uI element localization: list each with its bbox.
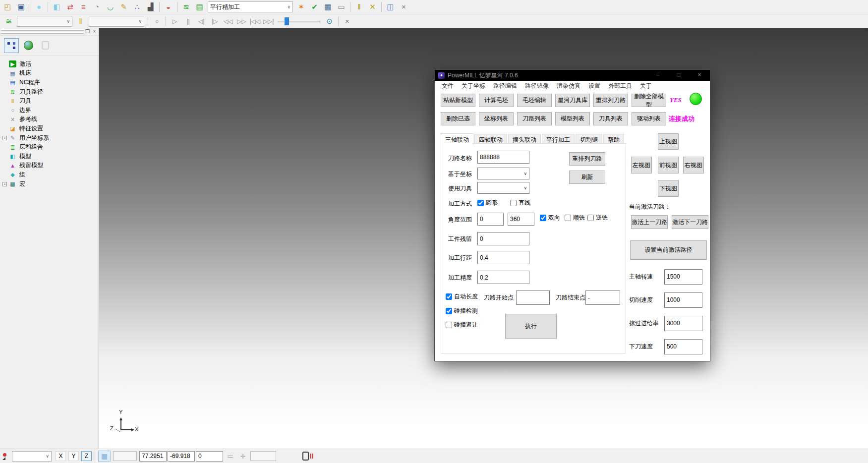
menu-item[interactable]: 渲染仿真	[553, 81, 584, 91]
collision-avoid-checkbox-input[interactable]	[446, 322, 452, 328]
separator[interactable]	[338, 16, 339, 26]
tool-pair-icon[interactable]: ‖	[353, 1, 365, 13]
minimize-icon[interactable]: –	[647, 70, 668, 81]
auto-length-checkbox[interactable]: 自动长度	[446, 292, 478, 301]
menu-item[interactable]: 文件	[438, 81, 458, 91]
simulation-speed-slider[interactable]	[278, 16, 320, 26]
close-icon[interactable]: ×	[689, 70, 710, 81]
menu-item[interactable]: 外部工具	[604, 81, 636, 91]
tool-combobox[interactable]: ∨	[477, 182, 529, 194]
action-button[interactable]: 粘贴新模型	[441, 94, 475, 107]
pattern-draw-icon[interactable]: ✎	[117, 1, 130, 13]
view-bottom-button[interactable]: 下视图	[658, 180, 679, 197]
statusbar-combobox[interactable]: ∨	[12, 451, 52, 462]
angle-to-input[interactable]	[508, 213, 534, 226]
simulation-device-icon[interactable]	[302, 452, 309, 461]
execute-button[interactable]: 执行	[505, 314, 557, 339]
tree-item[interactable]: + ≣ 层和组合	[0, 142, 99, 152]
action-button[interactable]: 重排列刀路	[593, 94, 628, 107]
coordinate-input[interactable]	[139, 451, 167, 462]
view-right-button[interactable]: 右视图	[683, 157, 704, 174]
play-icon[interactable]: ▷	[169, 15, 181, 27]
expand-icon[interactable]: +	[2, 136, 7, 140]
menu-item[interactable]: 路径编辑	[489, 81, 521, 91]
compare-models-icon[interactable]: ◫	[384, 1, 397, 13]
simulate-check-icon[interactable]: ✔	[308, 1, 321, 13]
ruler-icon[interactable]: ▭	[335, 1, 347, 13]
auto-length-checkbox-input[interactable]	[446, 293, 452, 300]
action-button[interactable]: 星河刀具库	[555, 94, 590, 107]
tree-item[interactable]: + ▦ 宏	[0, 179, 99, 189]
activate-next-button[interactable]: 激活下一刀路	[672, 215, 708, 229]
action-button[interactable]: 刀路列表	[517, 112, 552, 125]
tree-item[interactable]: + ▶ 激活	[0, 59, 99, 69]
separator[interactable]	[148, 16, 148, 26]
tree-item[interactable]: + ▲ 残留模型	[0, 161, 99, 171]
coordinate-input[interactable]	[168, 451, 195, 462]
bidirectional-checkbox-input[interactable]	[540, 215, 546, 221]
menu-item[interactable]: 关于	[636, 81, 656, 91]
bidirectional-checkbox[interactable]: 双向	[540, 214, 560, 222]
fast-forward-icon[interactable]: ▷▷	[235, 15, 248, 27]
tool-ball-icon[interactable]: ◔	[91, 1, 103, 13]
close-panel-icon[interactable]: ×	[91, 29, 98, 34]
tree-item[interactable]: + ○ 边界	[0, 106, 99, 115]
rewind-icon[interactable]: ◁◁	[222, 15, 234, 27]
end-point-input[interactable]	[585, 290, 620, 305]
collision-check-checkbox[interactable]: 碰撞检测	[446, 307, 478, 315]
refresh-button[interactable]: 刷新	[569, 171, 605, 184]
coordinate-input[interactable]	[196, 451, 223, 462]
line-checkbox-input[interactable]	[510, 200, 517, 206]
view-front-button[interactable]: 前视图	[658, 157, 679, 174]
z-levels-icon[interactable]: ≡	[77, 1, 90, 13]
angle-from-input[interactable]	[477, 213, 504, 226]
activate-prev-button[interactable]: 激活上一刀路	[631, 215, 668, 229]
menu-item[interactable]: 关于坐标	[458, 81, 489, 91]
line-checkbox[interactable]: 直线	[510, 199, 530, 207]
float-panel-icon[interactable]: ❐	[84, 29, 91, 34]
strategy-combobox[interactable]: 平行精加工 ∨	[208, 1, 293, 12]
explorer-tree-button[interactable]	[4, 38, 19, 53]
tree-item[interactable]: + ‖ 刀具	[0, 96, 99, 106]
calculator-icon[interactable]: ▦	[322, 1, 334, 13]
toolpath-combobox[interactable]: ∨	[17, 16, 72, 27]
tree-item[interactable]: + ≋ 刀具路径	[0, 87, 99, 97]
axis-button[interactable]: X	[56, 451, 66, 461]
dialog-titlebar[interactable]: ✦ PowerMILL 忆梦星河 7.0.6 – □ ×	[435, 70, 710, 81]
stepover-input[interactable]	[477, 251, 529, 264]
move-crosshair-icon[interactable]: ✛	[238, 453, 248, 460]
pause-icon[interactable]: ||	[182, 15, 194, 27]
action-button[interactable]: 计算毛坯	[479, 94, 514, 107]
speed-input[interactable]	[664, 316, 702, 331]
menu-item[interactable]: 设置	[584, 81, 604, 91]
point-mode-icon[interactable]	[1, 452, 9, 461]
expand-icon[interactable]: +	[2, 182, 7, 186]
tool-icon[interactable]: ‖	[74, 15, 87, 27]
climb-checkbox-input[interactable]	[565, 215, 571, 221]
action-button[interactable]: 模型列表	[555, 112, 590, 125]
coord-combobox[interactable]: ∨	[477, 168, 529, 179]
rearrange-toolpaths-button[interactable]: 重排列刀路	[569, 152, 605, 166]
axis-button[interactable]: Y	[68, 451, 79, 461]
recycle-bin-button[interactable]	[38, 38, 53, 53]
measure-cross-icon[interactable]: ✕	[366, 1, 379, 13]
speed-input[interactable]	[664, 269, 702, 285]
leads-links-icon[interactable]: ◡	[104, 1, 116, 13]
panel-docking-header[interactable]: ❐ ×	[0, 28, 99, 36]
maximize-icon[interactable]: □	[668, 70, 689, 81]
close-toolbar-icon[interactable]: ×	[398, 1, 410, 13]
save-project-icon[interactable]: ▣	[15, 1, 27, 13]
tree-item[interactable]: + ◧ 模型	[0, 152, 99, 161]
close-toolbar-icon[interactable]: ×	[341, 15, 353, 27]
clock-icon[interactable]: ⊙	[323, 15, 336, 27]
tree-item[interactable]: + ▦ 机床	[0, 69, 99, 78]
tolerance-input[interactable]	[477, 271, 529, 284]
sphere-tool-icon[interactable]: ●	[33, 1, 45, 13]
xyz-readout-icon[interactable]: ≔	[226, 453, 235, 460]
view-left-button[interactable]: 左视图	[631, 157, 652, 174]
rapid-heights-icon[interactable]: ⇄	[64, 1, 76, 13]
conventional-checkbox[interactable]: 逆铣	[587, 214, 608, 222]
separator[interactable]	[177, 2, 177, 12]
tree-item[interactable]: + ✕ 参考线	[0, 115, 99, 124]
menu-item[interactable]: 路径镜像	[521, 81, 553, 91]
